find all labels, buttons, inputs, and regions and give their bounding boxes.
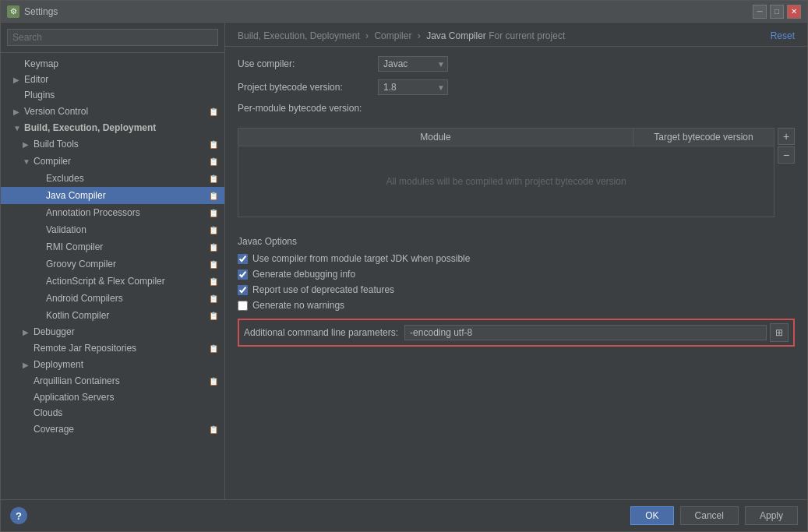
copy-icon: 📋 <box>207 172 220 185</box>
sidebar-item-remote-jar[interactable]: Remote Jar Repositories 📋 <box>1 340 224 357</box>
apply-button[interactable]: Apply <box>745 506 798 525</box>
table-body: All modules will be compiled with projec… <box>238 146 774 217</box>
copy-icon: 📋 <box>207 189 220 202</box>
sidebar-item-kotlin-compiler[interactable]: Kotlin Compiler 📋 <box>1 307 224 324</box>
sidebar-item-debugger[interactable]: ▶ Debugger <box>1 324 224 340</box>
window-controls: ─ □ ✕ <box>753 5 801 19</box>
checkbox-generate-debugging: Generate debugging info <box>238 269 795 280</box>
sidebar-item-clouds[interactable]: Clouds <box>1 405 224 421</box>
per-module-label: Per-module bytecode version: <box>238 103 362 114</box>
table-empty-message: All modules will be compiled with projec… <box>386 176 626 187</box>
sidebar-item-label: Java Compiler <box>46 190 207 201</box>
breadcrumb-sep2: › <box>418 30 421 41</box>
additional-params-input[interactable] <box>404 325 767 340</box>
arrow-placeholder <box>35 260 44 269</box>
footer-left: ? <box>10 507 27 524</box>
checkbox-report-deprecated: Report use of deprecated features <box>238 284 795 295</box>
browse-icon: ⊞ <box>775 327 783 338</box>
project-bytecode-label: Project bytecode version: <box>238 82 378 93</box>
sidebar-item-coverage[interactable]: Coverage 📋 <box>1 421 224 438</box>
sidebar-item-label: Application Servers <box>34 392 224 403</box>
table-side-buttons: + − <box>778 128 795 164</box>
copy-icon: 📋 <box>207 105 220 118</box>
sidebar-item-build-tools[interactable]: ▶ Build Tools 📋 <box>1 136 224 153</box>
sidebar-item-annotation-processors[interactable]: Annotation Processors 📋 <box>1 204 224 221</box>
sidebar-item-label: Arquillian Containers <box>34 375 207 386</box>
breadcrumb-sep1: › <box>365 30 369 41</box>
checkbox-report-deprecated-input[interactable] <box>238 285 248 295</box>
table-header: Module Target bytecode version <box>238 129 774 146</box>
sidebar-item-actionscript-flex[interactable]: ActionScript & Flex Compiler 📋 <box>1 273 224 290</box>
sidebar-item-label: Plugins <box>24 90 224 100</box>
ok-button[interactable]: OK <box>630 506 673 525</box>
arrow-placeholder <box>35 277 44 286</box>
close-button[interactable]: ✕ <box>787 5 801 19</box>
sidebar-item-validation[interactable]: Validation 📋 <box>1 221 224 238</box>
bytecode-select[interactable]: 1.8 1.7 1.6 1.5 <box>378 79 448 95</box>
use-compiler-select[interactable]: Javac Eclipse Ajc <box>378 56 448 72</box>
arrow-placeholder <box>35 226 44 234</box>
additional-params-browse-button[interactable]: ⊞ <box>770 323 789 342</box>
arrow-placeholder <box>23 425 32 434</box>
sidebar-item-label: RMI Compiler <box>46 241 207 252</box>
arrow-placeholder <box>23 393 32 402</box>
breadcrumb-current: Java Compiler <box>426 30 486 41</box>
search-input[interactable] <box>7 29 218 46</box>
arrow-placeholder <box>23 344 32 353</box>
copy-icon: 📋 <box>207 206 220 219</box>
sidebar-item-label: Deployment <box>34 359 224 370</box>
sidebar-item-groovy-compiler[interactable]: Groovy Compiler 📋 <box>1 255 224 273</box>
reset-link[interactable]: Reset <box>771 30 795 41</box>
add-module-button[interactable]: + <box>778 128 795 145</box>
sidebar-item-arquillian[interactable]: Arquillian Containers 📋 <box>1 372 224 389</box>
sidebar-item-deployment[interactable]: ▶ Deployment <box>1 357 224 372</box>
arrow-placeholder <box>35 312 44 320</box>
sidebar-item-label: Version Control <box>24 106 207 117</box>
breadcrumb: Build, Execution, Deployment › Compiler … <box>238 30 565 41</box>
window-icon: ⚙ <box>7 5 19 18</box>
arrow-placeholder <box>35 209 44 217</box>
sidebar-item-label: Editor <box>24 74 224 85</box>
sidebar-item-editor[interactable]: ▶ Editor <box>1 72 224 87</box>
sidebar-item-app-servers[interactable]: Application Servers <box>1 389 224 405</box>
sidebar: Keymap ▶ Editor Plugins ▶ Version Contro… <box>1 23 225 499</box>
copy-icon: 📋 <box>207 224 220 236</box>
additional-params-label: Additional command line parameters: <box>244 327 398 338</box>
sidebar-item-keymap[interactable]: Keymap <box>1 56 224 72</box>
sidebar-item-android-compilers[interactable]: Android Compilers 📋 <box>1 290 224 307</box>
remove-module-button[interactable]: − <box>778 146 795 164</box>
footer-buttons: OK Cancel Apply <box>630 506 798 525</box>
sidebar-item-compiler[interactable]: ▼ Compiler 📋 <box>1 153 224 170</box>
module-table: Module Target bytecode version All modul… <box>238 128 774 217</box>
arrow-placeholder <box>35 192 44 200</box>
expand-arrow-icon: ▶ <box>13 76 23 84</box>
table-section: Module Target bytecode version All modul… <box>238 128 795 227</box>
cancel-button[interactable]: Cancel <box>680 506 739 525</box>
sidebar-item-excludes[interactable]: Excludes 📋 <box>1 170 224 187</box>
table-col-module: Module <box>238 129 633 146</box>
settings-window: ⚙ Settings ─ □ ✕ Keymap ▶ Editor <box>0 0 808 532</box>
sidebar-item-label: Build Tools <box>34 139 207 150</box>
sidebar-item-rmi-compiler[interactable]: RMI Compiler 📋 <box>1 238 224 255</box>
breadcrumb-part1: Build, Execution, Deployment <box>238 30 360 41</box>
javac-options-title: Javac Options <box>238 236 795 247</box>
sidebar-item-label: Android Compilers <box>46 293 207 304</box>
sidebar-item-plugins[interactable]: Plugins <box>1 87 224 103</box>
main-content: Keymap ▶ Editor Plugins ▶ Version Contro… <box>1 23 807 499</box>
checkbox-generate-debugging-input[interactable] <box>238 270 248 280</box>
checkbox-use-compiler-input[interactable] <box>238 254 248 264</box>
bytecode-select-wrapper: 1.8 1.7 1.6 1.5 ▼ <box>378 79 448 95</box>
checkbox-no-warnings-input[interactable] <box>238 301 248 311</box>
minimize-button[interactable]: ─ <box>753 5 767 19</box>
sidebar-item-java-compiler[interactable]: Java Compiler 📋 <box>1 187 224 204</box>
arrow-placeholder <box>23 377 32 386</box>
help-button[interactable]: ? <box>10 507 27 524</box>
table-col-bytecode: Target bytecode version <box>633 129 774 146</box>
sidebar-item-label: Kotlin Compiler <box>46 310 207 321</box>
sidebar-item-version-control[interactable]: ▶ Version Control 📋 <box>1 103 224 120</box>
sidebar-item-label: Build, Execution, Deployment <box>24 122 224 133</box>
maximize-button[interactable]: □ <box>770 5 784 19</box>
breadcrumb-suffix: For current project <box>489 30 565 41</box>
use-compiler-label: Use compiler: <box>238 58 378 69</box>
sidebar-item-build-exec-deploy[interactable]: ▼ Build, Execution, Deployment <box>1 120 224 136</box>
